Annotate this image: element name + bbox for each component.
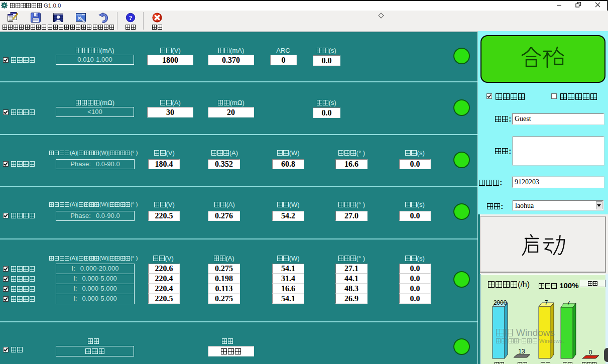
svg-text:0: 0 — [589, 349, 592, 356]
svg-text:?: ? — [129, 14, 133, 22]
svg-text:13: 13 — [518, 348, 525, 355]
svg-text:7: 7 — [567, 300, 570, 307]
svg-text:7: 7 — [545, 299, 548, 306]
svg-text:2000: 2000 — [494, 299, 507, 306]
